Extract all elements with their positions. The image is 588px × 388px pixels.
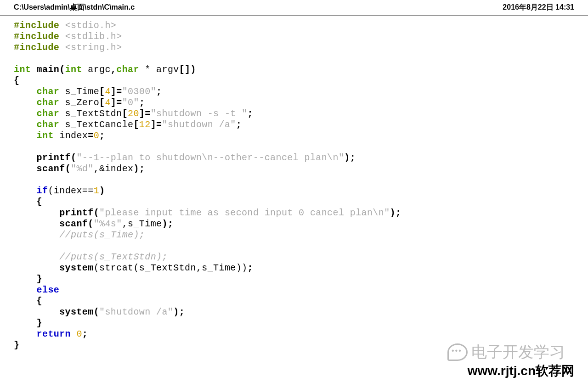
paren-close: ) <box>173 307 179 317</box>
paren-open: ( <box>65 163 71 174</box>
watermark-text-1: 电子开发学习 <box>471 342 565 363</box>
fn-printf: printf <box>37 152 71 163</box>
indent <box>14 86 37 97</box>
paren-close: ) <box>162 219 167 229</box>
header-bar: C:\Users\admin\桌面\stdn\C\main.c 2016年8月2… <box>0 0 588 16</box>
file-path: C:\Users\admin\桌面\stdn\C\main.c <box>14 3 135 12</box>
header-string: <string.h> <box>65 42 122 53</box>
brace-open: { <box>37 197 42 207</box>
indent <box>14 186 37 196</box>
str-fmt4s: "%4s" <box>94 219 122 229</box>
type-char: char <box>37 97 60 108</box>
kw-return: return <box>37 329 71 339</box>
id-s-textcancle: s_TextCancle <box>59 119 133 130</box>
space <box>71 329 76 339</box>
wechat-icon <box>447 343 468 361</box>
arg-stime: ,s_Time <box>122 219 162 229</box>
fn-scanf: scanf <box>59 219 88 229</box>
id-s-zero: s_Zero <box>59 97 99 108</box>
semicolon: ; <box>248 263 253 273</box>
paren-open: ( <box>94 307 99 317</box>
id-argv: argv <box>156 64 179 75</box>
indent <box>14 119 37 130</box>
header-stdio: <stdio.h> <box>65 20 117 31</box>
num-0: 0 <box>94 130 99 141</box>
rbracket: ] <box>139 108 145 119</box>
brace-open: { <box>14 75 19 86</box>
semicolon: ; <box>396 208 401 218</box>
paren-close: ) <box>344 152 350 163</box>
str-shutdown-st: "shutdown -s -t " <box>151 108 248 119</box>
indent <box>14 307 59 317</box>
num-12: 12 <box>139 119 151 130</box>
indent <box>14 208 59 218</box>
str-msg1: "--1--plan to shutdown\n--other--cancel … <box>76 152 344 163</box>
preproc-include-2: #include <box>14 31 65 42</box>
semicolon: ; <box>248 108 253 119</box>
indent <box>14 219 59 229</box>
indent <box>14 230 59 240</box>
paren-open: ( <box>94 208 99 218</box>
kw-else: else <box>37 285 60 295</box>
brace-open: { <box>37 296 42 306</box>
num-1: 1 <box>94 186 99 196</box>
equals: = <box>88 130 93 141</box>
equals: = <box>156 119 162 130</box>
indent <box>14 285 37 295</box>
paren-open: ( <box>71 152 76 163</box>
fn-system: system <box>59 307 93 317</box>
type-int: int <box>37 130 54 141</box>
indent <box>14 130 37 141</box>
lbracket: [ <box>122 108 128 119</box>
indent <box>14 163 37 174</box>
comma: , <box>111 64 116 75</box>
indent <box>14 152 37 163</box>
indent <box>14 97 37 108</box>
preproc-include-3: #include <box>14 42 65 53</box>
num-4: 4 <box>105 86 110 97</box>
id-argc: argc <box>82 64 111 75</box>
num-0: 0 <box>76 329 82 339</box>
str-shutdown-a: "shutdown /a" <box>162 119 236 130</box>
semicolon: ; <box>139 163 145 174</box>
watermark-site: www.rjtj.cn软荐网 <box>468 362 574 380</box>
type-int-argc: int <box>65 64 82 75</box>
paren-close: ) <box>99 186 105 196</box>
indent <box>14 108 37 119</box>
lbracket: [ <box>99 97 105 108</box>
comment-puts-stime: //puts(s_Time); <box>59 230 145 240</box>
str-fmtd: "%d" <box>71 163 94 174</box>
equals: = <box>116 86 122 97</box>
fn-system: system <box>59 263 93 273</box>
brace-close: } <box>37 318 42 328</box>
lbracket: [ <box>133 119 139 130</box>
brackets: []) <box>179 64 196 75</box>
semicolon: ; <box>82 329 88 339</box>
semicolon: ; <box>236 119 242 130</box>
type-char: char <box>37 119 60 130</box>
indent <box>14 274 37 284</box>
type-char: char <box>37 86 60 97</box>
semicolon: ; <box>156 86 162 97</box>
num-4: 4 <box>105 97 110 108</box>
rbracket: ] <box>151 119 156 130</box>
comment-puts-textstdn: //puts(s_TextStdn); <box>59 252 168 262</box>
indent <box>14 296 37 306</box>
str-msg2: "please input time as second input 0 can… <box>99 208 390 218</box>
rbracket: ] <box>111 86 116 97</box>
paren-close: ) <box>390 208 396 218</box>
semicolon: ; <box>350 152 356 163</box>
paren-open: ( <box>59 64 65 75</box>
semicolon: ; <box>139 97 145 108</box>
lbracket: [ <box>99 86 105 97</box>
fn-main: main <box>31 64 59 75</box>
indent <box>14 318 37 328</box>
paren-close: ) <box>133 163 139 174</box>
preproc-include-1: #include <box>14 20 65 31</box>
semicolon: ; <box>179 307 185 317</box>
code-block: #include <stdio.h> #include <stdlib.h> #… <box>0 16 588 351</box>
indent <box>14 252 59 262</box>
semicolon: ; <box>99 130 105 141</box>
paren-open: ( <box>88 219 93 229</box>
brace-close: } <box>37 274 42 284</box>
